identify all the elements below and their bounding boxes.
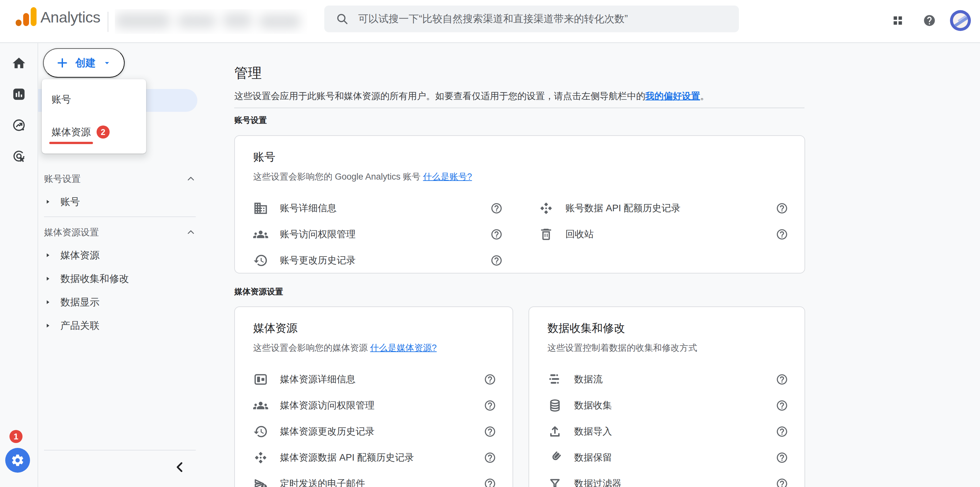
- chevron-up-icon: [186, 227, 196, 237]
- settings-row-label: 账号更改历史记录: [280, 254, 356, 267]
- settings-row[interactable]: 账号更改历史记录: [253, 247, 503, 273]
- sidebar-item[interactable]: 数据显示: [44, 290, 196, 314]
- help-outline-icon[interactable]: [776, 452, 788, 464]
- google-apps-grid-icon[interactable]: [892, 15, 904, 26]
- settings-row[interactable]: 回收站: [539, 221, 788, 247]
- explore-icon[interactable]: [11, 118, 26, 133]
- settings-row-icon: [253, 201, 268, 216]
- what-is-property-link[interactable]: 什么是媒体资源?: [370, 343, 437, 353]
- sidebar-section-header[interactable]: 媒体资源设置: [44, 223, 196, 242]
- settings-row-icon: [547, 450, 562, 465]
- help-outline-icon[interactable]: [484, 373, 496, 385]
- settings-row[interactable]: 媒体资源更改历史记录: [253, 419, 496, 445]
- settings-row[interactable]: 数据过滤器: [547, 471, 788, 487]
- settings-row-label: 定时发送的电子邮件: [280, 477, 365, 487]
- settings-row-icon: [253, 398, 268, 413]
- settings-row[interactable]: 媒体资源详细信息: [253, 366, 496, 392]
- help-outline-icon[interactable]: [776, 477, 788, 487]
- page-description: 这些设置会应用于此账号和媒体资源的所有用户。如要查看仅适用于您的设置，请点击左侧…: [234, 90, 709, 102]
- card-description: 这些设置会影响您的媒体资源 什么是媒体资源?: [253, 342, 496, 353]
- card-description: 这些设置会影响您的 Google Analytics 账号 什么是账号?: [253, 171, 788, 182]
- help-outline-icon[interactable]: [484, 399, 496, 412]
- help-outline-icon[interactable]: [776, 373, 788, 385]
- settings-row[interactable]: 账号数据 API 配额历史记录: [539, 195, 788, 221]
- settings-row[interactable]: 账号访问权限管理: [253, 221, 503, 247]
- sidebar-item[interactable]: 产品关联: [44, 314, 196, 337]
- settings-row-label: 数据导入: [574, 425, 612, 438]
- settings-row[interactable]: 数据导入: [547, 419, 788, 445]
- count-badge: 2: [97, 125, 110, 138]
- top-app-bar: Analytics 可以试搜一下“比较自然搜索渠道和直接渠道带来的转化次数”: [0, 0, 980, 43]
- settings-row-icon: [547, 372, 562, 387]
- chevron-down-icon: [102, 58, 112, 68]
- collapse-sidebar-button[interactable]: [171, 458, 189, 476]
- dropdown-item[interactable]: 媒体资源 2: [42, 116, 146, 148]
- admin-gear-button[interactable]: [5, 448, 30, 473]
- settings-row[interactable]: 数据流: [547, 366, 788, 392]
- settings-row-icon: [253, 476, 268, 487]
- help-outline-icon[interactable]: [484, 425, 496, 438]
- account-card: 账号 这些设置会影响您的 Google Analytics 账号 什么是账号? …: [234, 135, 805, 273]
- what-is-account-link[interactable]: 什么是账号?: [423, 172, 472, 182]
- search-bar[interactable]: 可以试搜一下“比较自然搜索渠道和直接渠道带来的转化次数”: [324, 6, 739, 32]
- settings-row-label: 数据流: [574, 373, 603, 386]
- content-divider: [234, 108, 805, 108]
- account-card-columns: 账号详细信息 账号访问权限管理 账号更改历史记录 账号数据: [253, 195, 788, 273]
- help-outline-icon[interactable]: [490, 254, 503, 267]
- property-settings-section-label: 媒体资源设置: [234, 286, 283, 297]
- dropdown-item[interactable]: 账号: [42, 83, 146, 116]
- settings-row-icon: [547, 398, 562, 413]
- reports-icon[interactable]: [11, 87, 26, 102]
- advertising-icon[interactable]: [11, 149, 26, 163]
- settings-row-icon: [253, 450, 268, 465]
- help-outline-icon[interactable]: [776, 228, 788, 241]
- sidebar-section-header[interactable]: 账号设置: [44, 170, 196, 189]
- create-button-label: 创建: [75, 56, 95, 70]
- left-icon-rail: 1: [0, 42, 38, 487]
- gear-icon: [10, 453, 25, 468]
- help-outline-icon[interactable]: [484, 477, 496, 487]
- settings-row-label: 数据收集: [574, 399, 612, 412]
- user-avatar[interactable]: [950, 10, 971, 31]
- settings-row[interactable]: 数据保留: [547, 445, 788, 471]
- settings-row-label: 媒体资源数据 API 配额历史记录: [280, 451, 414, 464]
- account-property-switcher-redacted[interactable]: [115, 9, 307, 34]
- card-description: 这些设置控制着数据的收集和修改方式: [547, 342, 788, 353]
- settings-row[interactable]: 媒体资源数据 API 配额历史记录: [253, 445, 496, 471]
- help-outline-icon[interactable]: [490, 202, 503, 214]
- sidebar-item[interactable]: 媒体资源: [44, 243, 196, 267]
- settings-row[interactable]: 数据收集: [547, 392, 788, 419]
- settings-row-icon: [253, 253, 268, 268]
- my-preferences-link[interactable]: 我的偏好设置: [645, 91, 700, 101]
- expand-arrow-icon: [44, 275, 51, 282]
- dropdown-item-label: 媒体资源: [51, 127, 91, 137]
- settings-row-label: 媒体资源详细信息: [280, 373, 356, 386]
- settings-row-label: 媒体资源更改历史记录: [280, 425, 374, 438]
- page-description-text: 这些设置会应用于此账号和媒体资源的所有用户。如要查看仅适用于您的设置，请点击左侧…: [234, 91, 645, 101]
- sidebar-divider: [44, 216, 196, 217]
- card-title: 账号: [253, 150, 788, 164]
- sidebar-item[interactable]: 数据收集和修改: [44, 267, 196, 290]
- settings-row[interactable]: 定时发送的电子邮件: [253, 471, 496, 487]
- help-outline-icon[interactable]: [490, 228, 503, 241]
- help-icon[interactable]: [923, 14, 936, 27]
- help-outline-icon[interactable]: [776, 399, 788, 412]
- topbar-divider: [108, 12, 108, 32]
- help-outline-icon[interactable]: [484, 452, 496, 464]
- brand-title: Analytics: [40, 7, 100, 27]
- help-outline-icon[interactable]: [776, 202, 788, 214]
- sidebar-section-header-label: 媒体资源设置: [44, 226, 99, 239]
- card-description-text: 这些设置会影响您的 Google Analytics 账号: [253, 172, 423, 182]
- settings-row-label: 账号数据 API 配额历史记录: [565, 202, 681, 215]
- brand: Analytics: [12, 7, 100, 27]
- help-outline-icon[interactable]: [776, 425, 788, 438]
- home-icon[interactable]: [11, 56, 26, 71]
- create-button[interactable]: 创建: [43, 48, 125, 78]
- search-icon: [336, 12, 349, 26]
- settings-row[interactable]: 媒体资源访问权限管理: [253, 392, 496, 419]
- dropdown-item-label: 账号: [51, 94, 71, 105]
- admin-notification-badge: 1: [10, 430, 22, 443]
- settings-row[interactable]: 账号详细信息: [253, 195, 503, 221]
- sidebar-item[interactable]: 账号: [44, 190, 196, 214]
- card-title: 媒体资源: [253, 321, 496, 335]
